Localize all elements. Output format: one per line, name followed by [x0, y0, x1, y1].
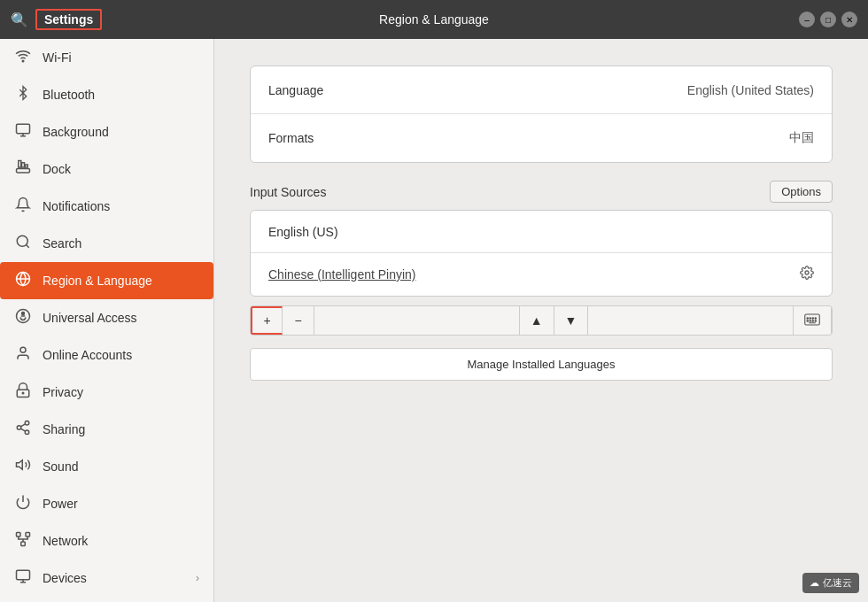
sidebar-item-network[interactable]: Network	[0, 522, 213, 560]
sidebar-label-background: Background	[43, 125, 109, 139]
svg-rect-2	[17, 169, 30, 174]
input-source-chinese[interactable]: Chinese (Intelligent Pinyin)	[251, 253, 832, 296]
close-button[interactable]: ✕	[841, 12, 857, 27]
language-label: Language	[268, 83, 687, 97]
svg-rect-25	[21, 542, 26, 546]
sidebar-label-bluetooth: Bluetooth	[43, 88, 95, 102]
svg-point-32	[805, 271, 809, 274]
online-accounts-icon	[14, 345, 32, 365]
svg-point-18	[25, 430, 29, 435]
sidebar-item-devices[interactable]: Devices ›	[0, 560, 213, 597]
window-title: Region & Language	[379, 12, 489, 27]
sharing-icon	[14, 420, 32, 439]
sidebar-label-sharing: Sharing	[43, 422, 85, 436]
sidebar-item-search[interactable]: Search	[0, 225, 213, 262]
formats-value: 中国	[789, 130, 814, 146]
privacy-icon	[14, 382, 32, 402]
input-sources-card: English (US) Chinese (Intelligent Pinyin…	[250, 210, 833, 297]
input-source-chinese-label: Chinese (Intelligent Pinyin)	[268, 267, 800, 282]
keyboard-button[interactable]	[793, 306, 832, 335]
titlebar: 🔍 Settings Region & Language – □ ✕	[0, 0, 868, 39]
manage-languages-button[interactable]: Manage Installed Languages	[250, 348, 833, 381]
svg-rect-1	[17, 124, 30, 134]
add-icon: +	[263, 313, 270, 328]
dock-icon	[14, 159, 32, 179]
sidebar-item-bluetooth[interactable]: Bluetooth	[0, 76, 213, 113]
sidebar-item-dock[interactable]: Dock	[0, 150, 213, 188]
sidebar-item-online-accounts[interactable]: Online Accounts	[0, 336, 213, 374]
sidebar-label-wifi: Wi-Fi	[43, 50, 72, 65]
sidebar-item-background[interactable]: Background	[0, 113, 213, 150]
svg-point-47	[807, 320, 809, 321]
search-sidebar-icon	[14, 234, 32, 253]
svg-point-44	[810, 317, 811, 319]
remove-input-source-button[interactable]: −	[283, 306, 314, 335]
svg-point-49	[812, 320, 814, 321]
input-sources-header: Input Sources Options	[250, 181, 833, 203]
svg-point-50	[815, 320, 817, 321]
sidebar-item-sharing[interactable]: Sharing	[0, 411, 213, 448]
move-up-button[interactable]: ▲	[519, 306, 554, 335]
sidebar-item-privacy[interactable]: Privacy	[0, 374, 213, 411]
sidebar-item-details[interactable]: Details ›	[0, 597, 213, 602]
globe-icon	[14, 271, 32, 290]
input-source-english-label: English (US)	[268, 225, 814, 239]
sidebar-item-power[interactable]: Power	[0, 485, 213, 522]
toolbar-spacer2	[588, 306, 793, 335]
svg-line-7	[26, 244, 28, 247]
svg-point-13	[20, 347, 26, 352]
universal-access-icon	[14, 308, 32, 328]
watermark: ☁ 亿速云	[802, 573, 859, 593]
language-formats-card: Language English (United States) Formats…	[250, 66, 833, 163]
keyboard-icon	[804, 313, 820, 328]
svg-marker-21	[17, 460, 23, 470]
up-arrow-icon: ▲	[531, 313, 543, 328]
minimize-button[interactable]: –	[799, 12, 815, 27]
background-icon	[14, 122, 32, 142]
language-row[interactable]: Language English (United States)	[251, 66, 832, 114]
add-input-source-button[interactable]: +	[251, 306, 283, 335]
input-source-english[interactable]: English (US)	[251, 211, 832, 253]
wifi-icon	[14, 48, 32, 67]
watermark-text: 亿速云	[823, 576, 852, 590]
options-button[interactable]: Options	[770, 181, 833, 203]
svg-point-16	[25, 421, 29, 426]
svg-point-45	[812, 317, 814, 319]
bell-icon	[14, 197, 32, 216]
svg-line-19	[20, 428, 25, 431]
main-layout: Wi-Fi Bluetooth Background Dock Notifica	[0, 39, 868, 602]
app-name: Settings	[35, 9, 102, 30]
search-icon[interactable]: 🔍	[11, 12, 28, 28]
svg-point-46	[815, 317, 817, 319]
sidebar-label-online: Online Accounts	[43, 348, 132, 362]
sidebar-item-sound[interactable]: Sound	[0, 448, 213, 485]
settings-gear-icon[interactable]	[800, 266, 814, 283]
toolbar-spacer	[314, 306, 519, 335]
sidebar-item-wifi[interactable]: Wi-Fi	[0, 39, 213, 76]
move-down-button[interactable]: ▼	[554, 306, 589, 335]
sidebar-item-notifications[interactable]: Notifications	[0, 188, 213, 225]
sidebar-label-universal: Universal Access	[43, 311, 137, 325]
svg-point-6	[17, 235, 27, 246]
sidebar: Wi-Fi Bluetooth Background Dock Notifica	[0, 39, 214, 602]
window-controls: – □ ✕	[799, 12, 857, 27]
sidebar-label-sound: Sound	[43, 459, 78, 474]
svg-point-15	[22, 392, 24, 394]
formats-label: Formats	[268, 131, 789, 145]
sidebar-label-notifications: Notifications	[43, 199, 110, 213]
network-icon	[14, 531, 32, 551]
power-icon	[14, 494, 32, 513]
formats-row[interactable]: Formats 中国	[251, 114, 832, 162]
svg-rect-26	[17, 570, 30, 580]
svg-rect-5	[25, 165, 27, 167]
maximize-button[interactable]: □	[820, 12, 836, 27]
watermark-icon: ☁	[810, 577, 819, 589]
sidebar-label-network: Network	[43, 534, 88, 548]
bluetooth-icon	[14, 85, 32, 104]
sound-icon	[14, 457, 32, 476]
svg-rect-4	[22, 163, 25, 167]
sidebar-item-region[interactable]: Region & Language	[0, 262, 213, 299]
svg-line-20	[20, 424, 25, 427]
sidebar-label-search: Search	[43, 236, 81, 251]
sidebar-item-universal[interactable]: Universal Access	[0, 299, 213, 336]
